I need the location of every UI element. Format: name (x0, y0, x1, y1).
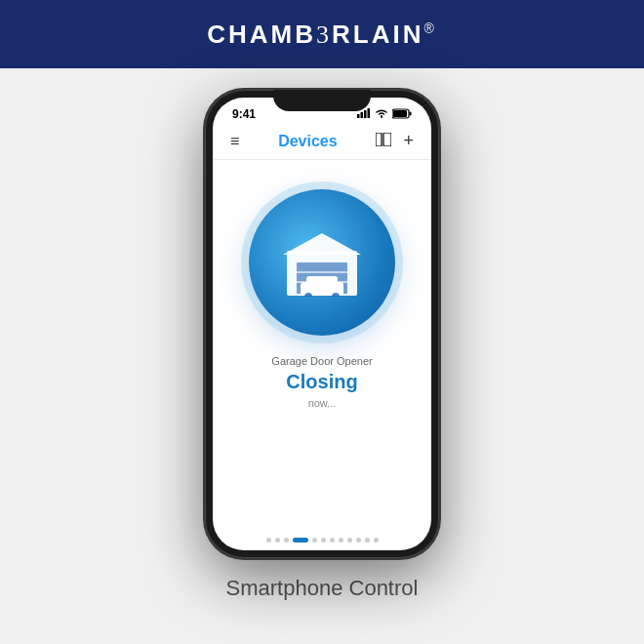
menu-icon[interactable]: ≡ (230, 134, 239, 149)
brand-logo: CHAMB3RLAIN® (207, 20, 437, 50)
bottom-label-area: Smartphone Control (207, 560, 438, 624)
status-time: 9:41 (232, 107, 256, 121)
phone-notch (273, 90, 371, 111)
svg-rect-1 (361, 112, 364, 118)
wifi-icon (375, 108, 388, 120)
main-content: 9:41 (0, 68, 644, 644)
dot-8 (339, 538, 343, 543)
svg-rect-9 (383, 133, 391, 146)
view-toggle-icon[interactable] (376, 133, 391, 149)
smartphone-control-label: Smartphone Control (226, 576, 419, 600)
dots-indicator (213, 530, 431, 550)
dot-6 (321, 538, 326, 543)
dot-1 (266, 538, 271, 543)
svg-rect-3 (368, 108, 371, 118)
device-substatus-label: now... (308, 397, 337, 409)
svg-point-4 (381, 116, 382, 118)
dot-7 (330, 538, 335, 543)
header: CHAMB3RLAIN® (0, 0, 644, 68)
dot-9 (347, 538, 352, 543)
battery-icon (392, 108, 412, 121)
garage-icon (283, 228, 361, 297)
device-status-label: Closing (286, 371, 357, 393)
phone-device: 9:41 (205, 90, 439, 558)
status-icons (357, 108, 412, 121)
svg-rect-8 (376, 133, 382, 146)
nav-bar: ≡ Devices + (213, 127, 431, 160)
garage-circle[interactable] (249, 189, 395, 336)
dot-11 (365, 538, 370, 543)
phone-screen: 9:41 (213, 98, 431, 550)
svg-rect-2 (364, 110, 367, 118)
device-type-label: Garage Door Opener (271, 355, 372, 367)
svg-rect-7 (393, 110, 407, 117)
svg-rect-0 (357, 114, 360, 118)
dot-10 (356, 538, 361, 543)
svg-marker-14 (283, 233, 361, 255)
device-area: Garage Door Opener Closing now... (213, 160, 431, 530)
add-device-icon[interactable]: + (403, 131, 414, 151)
dot-5 (312, 538, 317, 543)
dot-2 (275, 538, 280, 543)
dot-12 (374, 538, 379, 543)
dot-3 (284, 538, 289, 543)
svg-rect-16 (306, 276, 338, 288)
phone-wrapper: 9:41 (205, 88, 439, 560)
svg-rect-6 (410, 111, 412, 115)
nav-title: Devices (278, 133, 338, 150)
dot-4-active (293, 538, 308, 543)
nav-right: + (376, 131, 414, 151)
